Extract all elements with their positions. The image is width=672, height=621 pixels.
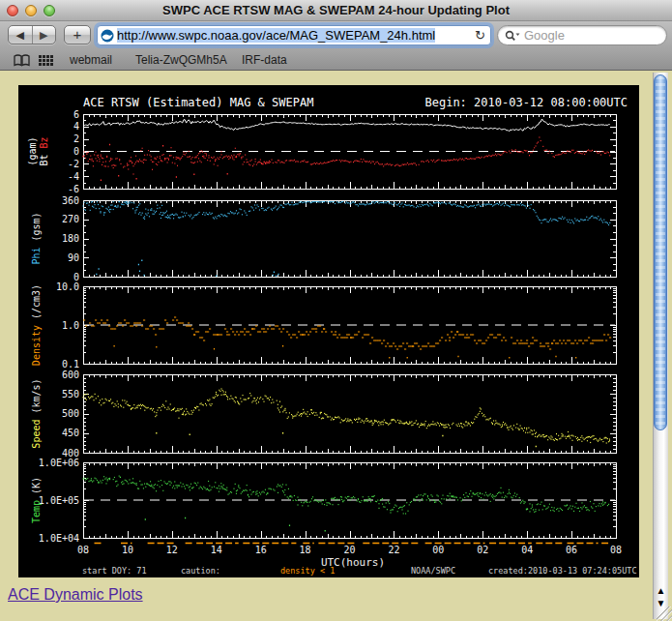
bookmarks-bar: webmail Telia-ZwQGMh5A IRF-data [0, 50, 672, 71]
toolbar: ◀ ▶ + http://www.swpc.noaa.gov/ace/MAG_S… [0, 21, 672, 50]
bookmark-irf-data[interactable]: IRF-data [242, 53, 287, 67]
vertical-scrollbar[interactable] [653, 73, 668, 619]
svg-text:12: 12 [166, 545, 178, 555]
svg-text:1.0E+06: 1.0E+06 [39, 458, 79, 468]
search-field[interactable]: Google [497, 25, 667, 45]
svg-text:ACE RTSW (Estimated) MAG & SWE: ACE RTSW (Estimated) MAG & SWEPAM [83, 96, 313, 109]
svg-text:500: 500 [62, 408, 79, 419]
search-placeholder: Google [524, 28, 565, 43]
titlebar[interactable]: SWPC ACE RTSW MAG & SWEPAM 24-hour Updat… [0, 0, 672, 21]
svg-text:start DOY: 71: start DOY: 71 [82, 566, 147, 576]
svg-text:90: 90 [68, 252, 79, 263]
svg-text:10.0: 10.0 [56, 281, 79, 292]
url-field[interactable]: http://www.swpc.noaa.gov/ace/MAG_SWEPAM_… [97, 25, 491, 45]
svg-text:1.0: 1.0 [62, 320, 79, 331]
svg-text:08: 08 [610, 545, 622, 555]
svg-text:4: 4 [73, 121, 79, 132]
svg-text:density < 1: density < 1 [280, 566, 335, 576]
window-title: SWPC ACE RTSW MAG & SWEPAM 24-hour Updat… [0, 3, 672, 17]
svg-text:2: 2 [73, 133, 79, 144]
svg-text:550: 550 [62, 389, 79, 399]
svg-text:22: 22 [388, 545, 399, 555]
svg-text:-4: -4 [68, 171, 79, 182]
svg-text:-6: -6 [68, 184, 79, 194]
scrollbar-thumb[interactable] [654, 74, 667, 430]
svg-text:0: 0 [73, 146, 79, 157]
svg-text:Bt Bz: Bt Bz [39, 136, 49, 165]
resize-grip[interactable] [657, 606, 672, 621]
plot-canvas: ACE RTSW (Estimated) MAG & SWEPAMBegin: … [18, 85, 639, 577]
browser-window: SWPC ACE RTSW MAG & SWEPAM 24-hour Updat… [0, 0, 672, 621]
bookmark-telia[interactable]: Telia-ZwQGMh5A [135, 53, 227, 67]
topsites-grid-icon[interactable] [39, 54, 54, 67]
search-icon [505, 30, 520, 42]
bookmark-webmail[interactable]: webmail [70, 53, 112, 67]
svg-text:360: 360 [62, 195, 79, 206]
svg-text:Density (/cm3): Density (/cm3) [31, 284, 42, 366]
svg-text:created:2010-03-13 07:24:05UTC: created:2010-03-13 07:24:05UTC [488, 566, 637, 576]
svg-text:06: 06 [566, 545, 577, 555]
svg-text:600: 600 [62, 370, 79, 380]
svg-text:1.0E+04: 1.0E+04 [39, 533, 79, 544]
svg-text:00: 00 [432, 545, 444, 555]
svg-text:450: 450 [62, 428, 79, 438]
scroll-up-arrow[interactable]: ▲ [654, 584, 668, 598]
nav-buttons: ◀ ▶ [8, 25, 56, 44]
new-tab-button[interactable]: + [64, 25, 91, 44]
url-text: http://www.swpc.noaa.gov/ace/MAG_SWEPAM_… [117, 28, 435, 43]
svg-text:10: 10 [122, 545, 133, 555]
svg-text:Phi (gsm): Phi (gsm) [31, 212, 42, 264]
svg-text:Temp (K): Temp (K) [31, 477, 42, 523]
svg-text:-2: -2 [68, 159, 79, 169]
reload-icon[interactable]: ↻ [475, 28, 485, 43]
svg-text:02: 02 [477, 545, 488, 555]
svg-text:14: 14 [211, 545, 222, 555]
svg-text:08: 08 [77, 545, 89, 555]
site-favicon-icon [101, 29, 114, 43]
svg-text:Speed (km/s): Speed (km/s) [31, 378, 42, 448]
svg-text:180: 180 [62, 233, 79, 244]
svg-text:20: 20 [343, 545, 355, 555]
svg-text:1.0E+05: 1.0E+05 [39, 495, 79, 506]
svg-text:Begin: 2010-03-12 08:00:00UTC: Begin: 2010-03-12 08:00:00UTC [424, 96, 628, 109]
svg-text:270: 270 [62, 214, 79, 224]
svg-text:caution:: caution: [181, 566, 220, 576]
bookmarks-book-icon[interactable] [14, 54, 30, 67]
svg-text:18: 18 [300, 545, 311, 555]
svg-text:NOAA/SWPC: NOAA/SWPC [411, 566, 455, 576]
ace-dynamic-plots-link[interactable]: ACE Dynamic Plots [8, 586, 143, 604]
forward-button[interactable]: ▶ [32, 26, 56, 44]
svg-text:0.1: 0.1 [62, 359, 79, 370]
svg-text:(gam): (gam) [27, 136, 38, 165]
back-button[interactable]: ◀ [9, 26, 32, 44]
svg-text:04: 04 [521, 545, 533, 555]
ace-plot-image: ACE RTSW (Estimated) MAG & SWEPAMBegin: … [18, 85, 639, 577]
svg-text:6: 6 [73, 109, 79, 120]
page-content: ACE RTSW (Estimated) MAG & SWEPAMBegin: … [0, 71, 672, 621]
svg-text:16: 16 [255, 545, 267, 555]
